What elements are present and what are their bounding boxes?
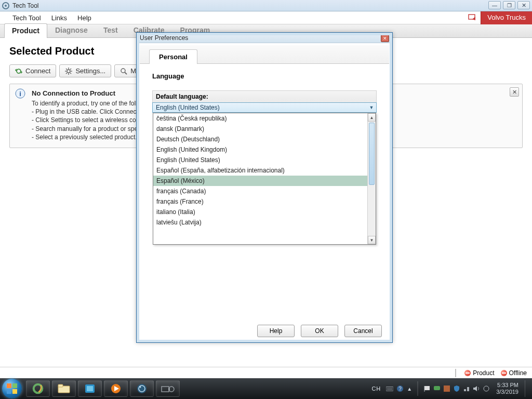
settings-button[interactable]: Settings... [59, 64, 111, 77]
svg-rect-36 [464, 389, 466, 391]
language-option[interactable]: dansk (Danmark) [153, 124, 367, 134]
language-option[interactable]: français (Canada) [153, 186, 367, 196]
status-product-icon [464, 370, 471, 376]
status-offline[interactable]: Offline [501, 369, 527, 377]
svg-rect-16 [58, 384, 63, 387]
section-language: Language [152, 72, 377, 80]
status-offline-label: Offline [509, 369, 527, 377]
settings-label: Settings... [75, 67, 105, 75]
language-combobox[interactable]: English (United States) ▼ čeština (Česká… [152, 102, 377, 113]
svg-rect-32 [424, 386, 430, 390]
dropdown-scrollbar[interactable]: ▲ ▼ [367, 113, 376, 244]
svg-marker-38 [473, 386, 477, 391]
network-icon[interactable] [463, 385, 470, 392]
dialog-button-row: Help OK Cancel [140, 322, 389, 339]
info-close-button[interactable]: ✕ [510, 87, 519, 97]
tab-personal[interactable]: Personal [149, 49, 197, 64]
user-preferences-dialog: User Preferences ✕ Personal Language Def… [136, 32, 393, 343]
tray-chevron-icon[interactable]: ▲ [407, 386, 412, 392]
svg-point-23 [140, 387, 141, 388]
language-option[interactable]: Español (México) [153, 176, 367, 186]
scroll-thumb[interactable] [369, 123, 375, 185]
language-option[interactable]: English (United States) [153, 155, 367, 165]
tab-product[interactable]: Product [4, 23, 47, 38]
svg-point-1 [67, 70, 70, 73]
task-techtool[interactable] [130, 380, 154, 397]
search-icon [120, 68, 127, 75]
message-icon[interactable] [468, 14, 477, 21]
start-button[interactable] [2, 379, 22, 398]
maximize-button[interactable] [503, 1, 515, 9]
keyboard-icon[interactable] [386, 385, 393, 392]
language-option[interactable]: čeština (Česká republika) [153, 113, 367, 124]
task-mediaplayer[interactable] [104, 380, 128, 397]
help-tray-icon[interactable]: ? [396, 385, 404, 392]
clock-date: 3/3/2019 [496, 389, 518, 395]
connect-icon [15, 68, 22, 75]
language-option[interactable]: français (France) [153, 196, 367, 207]
menu-links[interactable]: Links [46, 12, 72, 24]
show-desktop-button[interactable] [525, 380, 529, 397]
shield-icon[interactable] [453, 385, 460, 392]
language-indicator[interactable]: CH [369, 385, 383, 392]
dialog-body: Personal Language Default language: Engl… [140, 45, 389, 321]
app-status-bar: Product Offline [0, 367, 532, 378]
dialog-title-bar[interactable]: User Preferences [137, 33, 392, 43]
svg-text:?: ? [398, 386, 402, 392]
app-icon [2, 2, 9, 9]
svg-line-9 [66, 73, 67, 74]
task-explorer[interactable] [52, 380, 76, 397]
svg-point-39 [484, 386, 489, 391]
menu-techtool[interactable]: Tech Tool [7, 12, 46, 24]
dropdown-list: čeština (Česká republika)dansk (Danmark)… [153, 113, 367, 244]
tab-test[interactable]: Test [96, 23, 126, 37]
language-option[interactable]: English (United Kingdom) [153, 144, 367, 155]
status-product-label: Product [473, 369, 494, 377]
window-controls [488, 1, 530, 9]
svg-rect-18 [87, 386, 93, 391]
combobox-value: English (United States) [156, 104, 220, 111]
cancel-button[interactable]: Cancel [344, 325, 382, 337]
svg-line-8 [70, 69, 71, 70]
language-option[interactable]: Español (España, alfabetización internac… [153, 165, 367, 176]
brand-area: Volvo Trucks [468, 11, 532, 24]
tray-icons [423, 385, 490, 392]
close-button[interactable] [517, 1, 530, 9]
tray-app-icon[interactable] [443, 385, 450, 392]
help-button[interactable]: Help [257, 325, 295, 337]
taskbar: CH ? ▲ 5:33 PM 3/3/2019 [0, 378, 532, 399]
svg-rect-27 [386, 387, 393, 391]
chat-icon[interactable] [433, 385, 441, 392]
language-option[interactable]: italiano (Italia) [153, 207, 367, 217]
tab-diagnose[interactable]: Diagnose [47, 23, 96, 37]
svg-line-6 [66, 69, 67, 70]
svg-text:i: i [19, 90, 21, 98]
task-ie[interactable] [26, 380, 50, 397]
language-option[interactable]: Deutsch (Deutschland) [153, 134, 367, 144]
scroll-down-button[interactable]: ▼ [368, 236, 376, 244]
ok-button[interactable]: OK [301, 325, 338, 337]
dialog-close-button[interactable]: ✕ [381, 35, 389, 42]
tray-misc-icon[interactable] [483, 385, 490, 392]
flag-icon[interactable] [423, 385, 431, 392]
volume-icon[interactable] [473, 385, 480, 392]
language-option[interactable]: latviešu (Latvija) [153, 217, 367, 228]
taskbar-clock[interactable]: 5:33 PM 3/3/2019 [493, 382, 522, 395]
language-dropdown: čeština (Česká republika)dansk (Danmark)… [153, 113, 376, 245]
svg-rect-24 [162, 387, 169, 392]
task-app1[interactable] [78, 380, 102, 397]
svg-point-10 [121, 69, 125, 73]
dialog-tab-row: Personal [140, 45, 389, 64]
dialog-title: User Preferences [140, 34, 188, 42]
status-product[interactable]: Product [464, 369, 494, 377]
brand-button[interactable]: Volvo Trucks [481, 11, 532, 24]
svg-rect-37 [467, 387, 469, 391]
svg-rect-34 [434, 386, 440, 390]
menu-help[interactable]: Help [72, 12, 97, 24]
scroll-up-button[interactable]: ▲ [368, 113, 376, 122]
connect-button[interactable]: Connect [9, 64, 56, 77]
task-app2[interactable] [156, 380, 180, 397]
dialog-content: Language Default language: English (Unit… [140, 64, 389, 121]
info-icon: i [15, 88, 25, 99]
minimize-button[interactable] [488, 1, 501, 9]
